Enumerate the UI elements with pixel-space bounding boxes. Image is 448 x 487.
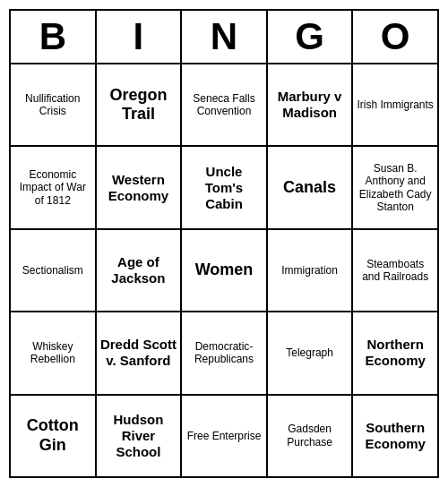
header-letter: G	[268, 11, 354, 63]
bingo-card: BINGO Nullification CrisisOregon TrailSe…	[9, 9, 439, 478]
bingo-cell: Uncle Tom's Cabin	[182, 147, 268, 227]
bingo-row: SectionalismAge of JacksonWomenImmigrati…	[11, 230, 437, 312]
bingo-cell: Women	[182, 230, 268, 311]
bingo-cell: Dredd Scott v. Sanford	[97, 312, 183, 393]
bingo-cell: Marbury v Madison	[268, 64, 354, 145]
bingo-header: BINGO	[11, 11, 437, 64]
bingo-cell: Western Economy	[97, 147, 183, 227]
bingo-cell: Northern Economy	[353, 312, 437, 393]
bingo-cell: Immigration	[268, 230, 354, 311]
bingo-cell: Oregon Trail	[97, 64, 183, 145]
header-letter: I	[97, 11, 183, 63]
bingo-cell: Nullification Crisis	[11, 64, 97, 145]
bingo-cell: Irish Immigrants	[353, 64, 437, 145]
bingo-row: Economic Impact of War of 1812Western Ec…	[11, 147, 437, 229]
bingo-cell: Economic Impact of War of 1812	[11, 147, 97, 227]
bingo-cell: Southern Economy	[353, 396, 437, 476]
bingo-cell: Hudson River School	[97, 396, 183, 476]
bingo-grid: Nullification CrisisOregon TrailSeneca F…	[11, 64, 437, 476]
bingo-cell: Sectionalism	[11, 230, 97, 311]
bingo-cell: Cotton Gin	[11, 396, 97, 476]
bingo-cell: Democratic-Republicans	[182, 312, 268, 393]
bingo-cell: Gadsden Purchase	[268, 396, 354, 476]
bingo-row: Cotton GinHudson River SchoolFree Enterp…	[11, 396, 437, 476]
header-letter: O	[353, 11, 437, 63]
bingo-cell: Telegraph	[268, 312, 354, 393]
bingo-cell: Steamboats and Railroads	[353, 230, 437, 311]
header-letter: B	[11, 11, 97, 63]
bingo-row: Nullification CrisisOregon TrailSeneca F…	[11, 64, 437, 147]
header-letter: N	[182, 11, 268, 63]
bingo-cell: Age of Jackson	[97, 230, 183, 311]
bingo-cell: Canals	[268, 147, 354, 227]
bingo-cell: Seneca Falls Convention	[182, 64, 268, 145]
bingo-cell: Free Enterprise	[182, 396, 268, 476]
bingo-row: Whiskey RebellionDredd Scott v. SanfordD…	[11, 312, 437, 395]
bingo-cell: Whiskey Rebellion	[11, 312, 97, 393]
bingo-cell: Susan B. Anthony and Elizabeth Cady Stan…	[353, 147, 437, 227]
